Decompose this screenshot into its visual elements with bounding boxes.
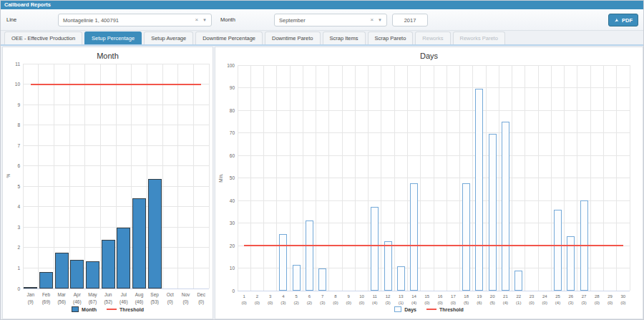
category-label: 27(3) (577, 294, 590, 307)
window-title: Callboard Reports (1, 1, 643, 9)
y-tick-label: 8 (3, 122, 20, 127)
y-tick-label: 2 (3, 245, 20, 250)
chevron-down-icon[interactable]: ▼ (200, 14, 211, 26)
year-input[interactable] (392, 14, 428, 26)
gridline (407, 65, 408, 291)
category-label: Mar(56) (54, 291, 69, 306)
chart-title: Month (3, 52, 213, 60)
gridline (209, 64, 210, 289)
month-label: Month (220, 16, 235, 23)
gridline (238, 65, 238, 291)
bar (132, 198, 146, 289)
gridline (250, 65, 251, 291)
legend-item-series[interactable]: Month (72, 306, 97, 312)
y-tick-label: 11 (3, 62, 20, 67)
gridline (434, 65, 434, 291)
y-tick-label: 5 (3, 184, 20, 189)
threshold-line (31, 84, 201, 85)
x-axis-line (238, 291, 630, 291)
y-tick-label: 40 (215, 198, 235, 203)
tab-oee-effective-production[interactable]: OEE - Effective Production (4, 31, 82, 44)
y-tick-label: 4 (3, 204, 20, 209)
category-label: 7(3) (316, 294, 329, 307)
category-label: Jan(9) (23, 291, 39, 306)
y-tick-label: 90 (215, 85, 235, 90)
legend-item-threshold[interactable]: Threshold (107, 307, 144, 312)
month-select-value: September (275, 17, 368, 24)
y-tick-label: 3 (3, 225, 20, 230)
line-select-value: Montagelinie 1, 400791 (59, 17, 192, 24)
month-select[interactable]: September × ▼ (274, 14, 387, 26)
bar (279, 234, 287, 291)
gridline (328, 65, 329, 291)
bar (24, 287, 37, 289)
tab-downtime-pareto[interactable]: Downtime Pareto (265, 31, 321, 44)
gridline (472, 65, 473, 291)
gridline (630, 65, 630, 291)
series-legend-swatch (72, 306, 79, 312)
bar (39, 272, 53, 289)
y-tick-label: 0 (3, 286, 20, 291)
pdf-button[interactable]: PDF (608, 14, 638, 26)
tab-scrap-pareto[interactable]: Scrap Pareto (368, 31, 414, 44)
category-label: 13(1) (394, 294, 407, 307)
gridline (276, 65, 277, 291)
legend-item-threshold[interactable]: Threshold (426, 307, 464, 312)
category-label: 24(0) (538, 294, 551, 307)
category-label: 12(3) (381, 294, 394, 307)
tab-scrap-items[interactable]: Scrap Items (323, 31, 366, 44)
category-label: 23(0) (525, 294, 538, 307)
gridline (381, 65, 381, 291)
gridline (499, 65, 499, 291)
tab-downtime-percentage[interactable]: Downtime Percentage (195, 31, 263, 44)
chart-legend: MonthThreshold (3, 306, 213, 312)
legend-item-series[interactable]: Days (394, 306, 416, 312)
clear-icon[interactable]: × (192, 14, 200, 26)
gridline (616, 65, 617, 291)
threshold-legend-line (107, 309, 117, 310)
bar (70, 260, 84, 289)
gridline (84, 64, 85, 289)
category-label: May(67) (85, 291, 101, 306)
chevron-down-icon[interactable]: ▼ (376, 14, 386, 26)
y-tick-label: 50 (215, 175, 235, 180)
bar (475, 89, 483, 291)
y-tick-label: 20 (215, 243, 235, 248)
category-label: 15(0) (421, 294, 434, 307)
line-select[interactable]: Montagelinie 1, 400791 × ▼ (58, 14, 212, 26)
bar (117, 228, 130, 289)
gridline (316, 65, 316, 291)
gridline (525, 65, 525, 291)
category-label: Jun(52) (100, 291, 116, 306)
category-label: 21(4) (499, 294, 512, 307)
y-tick-label: 70 (215, 130, 235, 135)
gridline (577, 65, 577, 291)
bar (148, 179, 162, 289)
y-tick-label: 0 (215, 289, 235, 294)
tab-reworks-pareto: Reworks Pareto (453, 31, 505, 44)
gridline (603, 65, 604, 291)
gridline (394, 65, 395, 291)
month-chart-panel: Month%01234567891011Jan(9)Feb(69)Mar(56)… (2, 47, 213, 319)
gridline (590, 65, 591, 291)
clear-icon[interactable]: × (368, 14, 376, 26)
x-axis-line (23, 289, 209, 289)
gridline (447, 65, 447, 291)
gridline (38, 64, 39, 289)
bar (384, 241, 392, 291)
category-label: Sep(53) (147, 291, 162, 306)
threshold-legend-line (426, 309, 436, 310)
bar (554, 210, 562, 291)
gridline (538, 65, 539, 291)
chart-legend: DaysThreshold (215, 306, 643, 312)
chart-title: Days (215, 52, 643, 60)
gridline (564, 65, 565, 291)
bar (371, 207, 379, 291)
tab-setup-average[interactable]: Setup Average (144, 31, 193, 44)
days-chart-panel: DaysMin.01020304050607080901001(0)2(0)3(… (215, 47, 643, 319)
category-label: 6(2) (303, 294, 316, 307)
tab-setup-percentage[interactable]: Setup Percentage (84, 31, 142, 44)
category-label: 2(0) (250, 294, 263, 307)
category-label: 3(0) (264, 294, 277, 307)
gridline (177, 64, 178, 289)
